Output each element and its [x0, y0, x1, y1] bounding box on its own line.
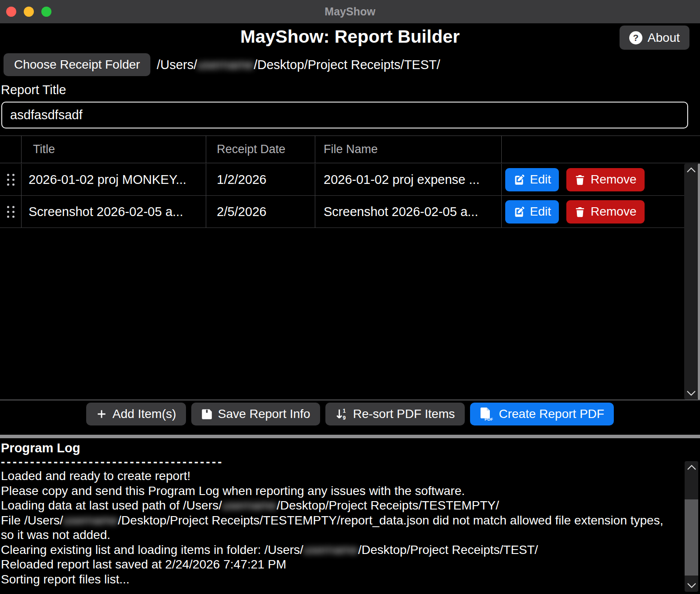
header-scroll-spacer: [684, 136, 700, 163]
redacted-text: username: [303, 543, 358, 557]
log-line: Loaded and ready to create report!: [1, 469, 678, 484]
row-title: 2026-01-02 proj MONKEY...: [21, 164, 206, 195]
zoom-window-button[interactable]: [41, 7, 51, 17]
log-scrollbar-thumb[interactable]: [685, 499, 698, 576]
scroll-up-icon[interactable]: [686, 167, 696, 173]
text-segment: Reloaded report last saved at 2/24/2026 …: [1, 557, 286, 571]
about-button[interactable]: ? About: [620, 26, 689, 50]
row-receipt-date: 1/2/2026: [206, 164, 315, 195]
text-segment: /Desktop/Project Receipts/TESTEMPTY/: [277, 499, 499, 512]
bottom-toolbar: Add Item(s) Save Report Info 1 9 Re-sort…: [0, 403, 700, 425]
about-button-label: About: [648, 31, 680, 45]
table-row: Screenshot 2026-02-05 a...2/5/2026Screen…: [0, 196, 700, 228]
traffic-lights: [6, 0, 51, 23]
redacted-text: username: [63, 513, 118, 527]
trash-icon: [574, 206, 586, 218]
table-row: 2026-01-02 proj MONKEY...1/2/20262026-01…: [0, 164, 700, 196]
text-segment: File /Users/: [1, 513, 63, 527]
text-segment: Loaded and ready to create report!: [1, 469, 190, 483]
page-title: MayShow: Report Builder: [0, 26, 700, 47]
choose-receipt-folder-button[interactable]: Choose Receipt Folder: [4, 53, 150, 76]
edit-button[interactable]: Edit: [505, 200, 559, 224]
program-log-heading: Program Log: [1, 441, 678, 455]
text-segment: Loading data at last used path of /Users…: [1, 499, 222, 512]
column-header-title: Title: [21, 136, 206, 163]
redacted-text: username: [197, 58, 254, 72]
log-lines: Loaded and ready to create report!Please…: [1, 469, 678, 587]
column-header-date: Receipt Date: [206, 136, 315, 163]
edit-pencil-icon: [513, 174, 525, 186]
plus-icon: [96, 408, 107, 420]
log-separator: --------------------------------------: [1, 455, 678, 469]
remove-button[interactable]: Remove: [566, 200, 644, 224]
log-line: Reloaded report last saved at 2/24/2026 …: [1, 557, 678, 572]
pdf-file-icon: PDF: [480, 407, 493, 421]
row-receipt-date: 2/5/2026: [206, 196, 315, 227]
create-report-pdf-button[interactable]: PDF Create Report PDF: [470, 403, 614, 425]
column-header-actions: [501, 136, 684, 163]
grip-dots-icon: [7, 174, 15, 186]
log-divider: [0, 435, 700, 438]
report-title-input[interactable]: [1, 102, 688, 128]
folder-row: Choose Receipt Folder /Users/username/De…: [4, 53, 696, 76]
choose-folder-label: Choose Receipt Folder: [14, 58, 140, 72]
program-log: Program Log ----------------------------…: [0, 438, 700, 594]
scroll-down-icon[interactable]: [687, 583, 696, 588]
edit-pencil-icon: [513, 206, 525, 218]
grip-dots-icon: [7, 206, 15, 218]
remove-button[interactable]: Remove: [566, 168, 644, 191]
text-segment: Sorting report files list...: [1, 572, 130, 586]
log-line: File /Users/username/Desktop/Project Rec…: [1, 513, 678, 543]
toolbar-divider: [0, 400, 700, 400]
text-segment: /Desktop/Project Receipts/TEST/: [358, 543, 538, 557]
resort-label: Re-sort PDF Items: [353, 407, 455, 421]
drag-handle-header: [0, 136, 21, 163]
text-segment: /Users/: [157, 58, 197, 72]
table-scrollbar[interactable]: [684, 164, 698, 400]
edit-button-label: Edit: [530, 172, 551, 187]
edit-button-label: Edit: [530, 205, 551, 219]
log-line: Sorting report files list...: [1, 572, 678, 587]
row-title: Screenshot 2026-02-05 a...: [21, 196, 206, 227]
row-file-name: 2026-01-02 proj expense ...: [315, 164, 501, 195]
items-table: Title Receipt Date File Name 2026-01-02 …: [0, 136, 700, 400]
log-line: Clearing existing list and loading items…: [1, 543, 678, 557]
add-items-button[interactable]: Add Item(s): [86, 403, 186, 425]
question-icon: ?: [629, 31, 642, 44]
sort-numeric-down-icon: 1 9: [335, 408, 348, 421]
svg-text:PDF: PDF: [485, 417, 493, 421]
report-title-label: Report Title: [1, 83, 66, 97]
row-file-name: Screenshot 2026-02-05 a...: [315, 196, 501, 227]
trash-icon: [574, 174, 586, 186]
edit-button[interactable]: Edit: [505, 168, 559, 191]
scroll-up-icon[interactable]: [687, 465, 696, 470]
text-segment: Clearing existing list and loading items…: [1, 543, 303, 557]
window-title: MayShow: [324, 5, 375, 18]
column-header-file: File Name: [315, 136, 501, 163]
table-header-row: Title Receipt Date File Name: [0, 136, 700, 163]
log-line: Loading data at last used path of /Users…: [1, 498, 678, 513]
text-segment: Please copy and send this Program Log wh…: [1, 484, 465, 498]
row-actions: EditRemove: [501, 196, 684, 227]
resort-pdf-items-button[interactable]: 1 9 Re-sort PDF Items: [325, 403, 465, 425]
text-segment: /Desktop/Project Receipts/TEST/: [254, 58, 440, 72]
table-body: 2026-01-02 proj MONKEY...1/2/20262026-01…: [0, 164, 700, 400]
redacted-text: username: [222, 499, 277, 512]
log-line: Please copy and send this Program Log wh…: [1, 484, 678, 499]
add-items-label: Add Item(s): [113, 407, 176, 421]
minimize-window-button[interactable]: [24, 7, 34, 17]
save-icon: [201, 408, 213, 420]
create-report-label: Create Report PDF: [499, 407, 605, 421]
scroll-down-icon[interactable]: [686, 390, 696, 396]
save-report-label: Save Report Info: [218, 407, 310, 421]
remove-button-label: Remove: [591, 205, 636, 219]
svg-text:9: 9: [343, 414, 346, 420]
drag-handle[interactable]: [0, 164, 21, 195]
window-scrollbar-thumb[interactable]: [698, 164, 700, 400]
save-report-info-button[interactable]: Save Report Info: [191, 403, 320, 425]
svg-text:1: 1: [343, 408, 346, 414]
close-window-button[interactable]: [6, 7, 16, 17]
receipt-folder-path: /Users/username/Desktop/Project Receipts…: [157, 58, 440, 72]
drag-handle[interactable]: [0, 196, 21, 227]
app-window: MayShow MayShow: Report Builder ? About …: [0, 0, 700, 594]
